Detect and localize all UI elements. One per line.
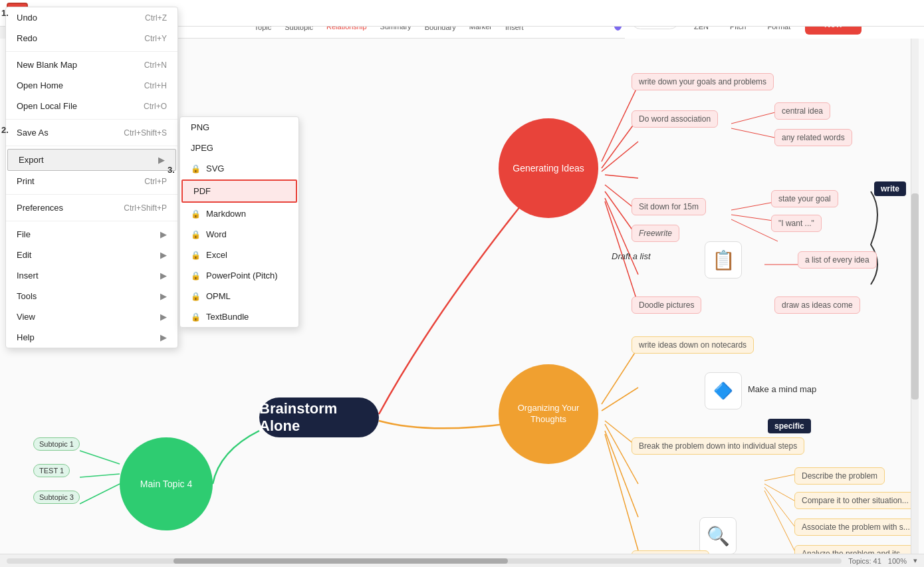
- svg-line-25: [80, 474, 120, 477]
- menu-edit[interactable]: Edit ▶: [6, 245, 177, 265]
- svg-line-20: [764, 474, 798, 481]
- topic-box-list-every-idea[interactable]: a list of every idea: [798, 251, 877, 269]
- svg-line-24: [80, 451, 120, 464]
- topic-box-draw-ideas[interactable]: draw as ideas come: [774, 296, 860, 314]
- menu-print[interactable]: Print Ctrl+P: [6, 171, 177, 191]
- topic-box-freewrite[interactable]: Freewrite: [632, 225, 679, 242]
- separator-3: [6, 146, 177, 146]
- write-tooltip: write: [874, 181, 906, 196]
- topic-box-central-idea[interactable]: central idea: [774, 102, 830, 120]
- export-svg[interactable]: 🔒 SVG: [180, 158, 298, 179]
- export-submenu[interactable]: PNG JPEG 🔒 SVG PDF 🔒 Markdown 🔒 Word 🔒 E…: [179, 116, 299, 328]
- central-node[interactable]: Brainstorm Alone: [259, 397, 379, 437]
- topic-box-write-goals[interactable]: write down your goals and problems: [632, 73, 774, 90]
- separator-5: [6, 221, 177, 221]
- menu-view[interactable]: View ▶: [6, 306, 177, 327]
- svg-line-21: [764, 484, 798, 503]
- lock-excel-icon: 🔒: [191, 251, 201, 260]
- main-dropdown-menu[interactable]: Undo Ctrl+Z Redo Ctrl+Y New Blank Map Ct…: [5, 7, 178, 348]
- separator-2: [6, 119, 177, 120]
- export-excel[interactable]: 🔒 Excel: [180, 245, 298, 265]
- menu-export[interactable]: Export ▶: [7, 149, 176, 171]
- zoom-level: 100%: [888, 557, 907, 565]
- export-markdown[interactable]: 🔒 Markdown: [180, 203, 298, 224]
- topic-box-sit-15m[interactable]: Sit down for 15m: [632, 198, 706, 215]
- menu-new-blank[interactable]: New Blank Map Ctrl+N: [6, 55, 177, 75]
- generating-ideas-node[interactable]: Generating Ideas: [499, 118, 598, 218]
- menu-help[interactable]: Help ▶: [6, 327, 177, 348]
- svg-line-2: [602, 142, 638, 171]
- specific-tooltip: specific: [768, 419, 811, 433]
- lock-opml-icon: 🔒: [191, 292, 201, 301]
- topic-box-describe[interactable]: Describe the problem: [794, 467, 885, 485]
- topic-box-break-problem[interactable]: Break the problem down into individual s…: [632, 437, 804, 455]
- svg-line-8: [731, 112, 778, 124]
- svg-line-22: [764, 487, 798, 530]
- topic-box-notecards[interactable]: write ideas down on notecards: [632, 336, 754, 354]
- draft-list-icon-box: 📋: [705, 241, 742, 279]
- separator-1: [6, 51, 177, 52]
- menu-save-as[interactable]: Save As Ctrl+Shift+S: [6, 122, 177, 143]
- organizing-thoughts-node[interactable]: Organizing Your Thoughts: [499, 364, 598, 464]
- separator-4: [6, 194, 177, 195]
- menu-open-local[interactable]: Open Local File Ctrl+O: [6, 96, 177, 116]
- lock-tb-icon: 🔒: [191, 312, 201, 322]
- export-pdf[interactable]: PDF: [181, 179, 297, 203]
- svg-line-15: [602, 388, 638, 411]
- topic-box-state-goal[interactable]: state your goal: [771, 190, 838, 207]
- status-bar: Topics: 41 100% ▾: [0, 554, 924, 567]
- menu-file[interactable]: File ▶: [6, 224, 177, 245]
- topics-count: Topics: 41: [848, 557, 881, 565]
- lock-word-icon: 🔒: [191, 230, 201, 239]
- topic-box-analyze[interactable]: Analyze the problem and its ...: [794, 545, 914, 554]
- subtopic-1[interactable]: Subtopic 1: [33, 437, 80, 451]
- export-png[interactable]: PNG: [180, 117, 298, 138]
- topic-box-i-want[interactable]: "I want ...": [771, 215, 822, 232]
- menu-open-home[interactable]: Open Home Ctrl+H: [6, 75, 177, 96]
- lock-md-icon: 🔒: [191, 209, 201, 219]
- menu-undo[interactable]: Undo Ctrl+Z: [6, 7, 177, 28]
- topic-box-word-assoc[interactable]: Do word association: [632, 110, 718, 128]
- draft-list-label[interactable]: Draft a list: [612, 251, 651, 261]
- scroll-thumb-v[interactable]: [911, 193, 919, 399]
- vertical-scrollbar[interactable]: [911, 39, 919, 554]
- zoom-down-icon[interactable]: ▾: [913, 556, 917, 565]
- menu-preferences[interactable]: Preferences Ctrl+Shift+P: [6, 197, 177, 218]
- scroll-thumb-h[interactable]: [173, 558, 508, 564]
- topic-box-compare[interactable]: Compare it to other situation...: [794, 492, 914, 509]
- mind-map-icon-box: 🔷: [705, 372, 742, 409]
- export-opml[interactable]: 🔒 OPML: [180, 286, 298, 306]
- menu-tools[interactable]: Tools ▶: [6, 286, 177, 306]
- test-1[interactable]: TEST 1: [33, 464, 70, 477]
- menu-insert[interactable]: Insert ▶: [6, 265, 177, 286]
- svg-line-9: [731, 128, 778, 138]
- export-powerpoint[interactable]: 🔒 PowerPoint (Pitch): [180, 265, 298, 286]
- make-mind-map-label[interactable]: Make a mind map: [748, 384, 816, 394]
- lock-svg-icon: 🔒: [191, 164, 201, 173]
- search-icon-box: 🔍: [699, 517, 737, 554]
- topic-box-doodle[interactable]: Doodle pictures: [632, 296, 701, 314]
- menu-redo[interactable]: Redo Ctrl+Y: [6, 28, 177, 49]
- main-topic-4-node[interactable]: Main Topic 4: [120, 437, 213, 530]
- svg-line-26: [80, 484, 120, 504]
- topic-box-associate[interactable]: Associate the problem with s...: [794, 518, 914, 536]
- svg-line-14: [602, 348, 638, 404]
- export-jpeg[interactable]: JPEG: [180, 138, 298, 158]
- export-word[interactable]: 🔒 Word: [180, 224, 298, 245]
- svg-line-3: [605, 175, 638, 178]
- subtopic-3[interactable]: Subtopic 3: [33, 491, 80, 504]
- topic-box-any-related[interactable]: any related words: [774, 129, 852, 146]
- export-textbundle[interactable]: 🔒 TextBundle: [180, 306, 298, 327]
- lock-ppt-icon: 🔒: [191, 271, 201, 281]
- svg-line-23: [764, 491, 798, 554]
- horizontal-scrollbar[interactable]: [7, 558, 842, 564]
